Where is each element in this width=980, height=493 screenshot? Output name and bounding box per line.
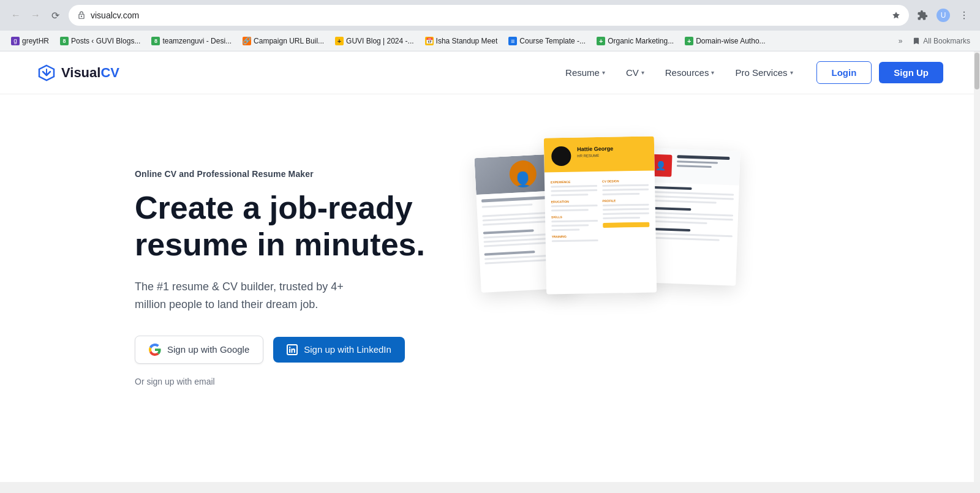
signup-button[interactable]: Sign Up (879, 62, 943, 83)
svg-point-1 (963, 15, 965, 16)
hero-section: Online CV and Professional Resume Maker … (0, 94, 980, 450)
bookmark-favicon: + (685, 37, 693, 45)
login-button[interactable]: Login (816, 61, 872, 84)
bookmark-campaign-url[interactable]: 🔗 Campaign URL Buil... (238, 35, 329, 47)
resume-avatar (551, 146, 571, 167)
svg-point-2 (963, 18, 965, 19)
bookmark-teamzenguvi[interactable]: 8 teamzenguvi - Desi... (146, 35, 236, 47)
chevron-down-icon: ▾ (711, 69, 714, 76)
lock-icon (77, 11, 86, 20)
logo-icon (37, 63, 56, 83)
bookmark-organic-marketing[interactable]: + Organic Marketing... (592, 35, 679, 47)
nav-resume[interactable]: Resume ▾ (557, 62, 614, 83)
bookmark-favicon: + (335, 37, 344, 45)
extensions-button[interactable] (914, 7, 931, 24)
hero-description: The #1 resume & CV builder, trusted by 4… (135, 278, 392, 314)
email-signup-link[interactable]: Or sign up with email (135, 377, 215, 386)
bookmark-favicon: 8 (60, 37, 69, 45)
nav-links: Resume ▾ CV ▾ Resources ▾ Pro Services ▾ (557, 62, 801, 83)
url-text: visualcv.com (91, 10, 887, 20)
nav-cv[interactable]: CV ▾ (617, 62, 653, 83)
chevron-down-icon: ▾ (641, 69, 644, 76)
chevron-down-icon: ▾ (790, 69, 793, 76)
bookmark-guvi-blogs[interactable]: 8 Posts ‹ GUVI Blogs... (55, 35, 145, 47)
menu-button[interactable] (956, 7, 973, 24)
nav-pro-services[interactable]: Pro Services ▾ (726, 62, 801, 83)
linkedin-icon (287, 344, 298, 355)
bookmark-favicon: ≡ (508, 37, 517, 45)
bookmark-guvi-blog[interactable]: + GUVI Blog | 2024 -... (330, 35, 419, 47)
resume-role: HR RESUME (577, 153, 613, 157)
resume-name: Hattie George (577, 146, 613, 153)
hero-subtitle: Online CV and Professional Resume Maker (135, 169, 453, 179)
profile-button[interactable]: U (935, 7, 952, 24)
navbar: VisualCV Resume ▾ CV ▾ Resources ▾ Pro S… (0, 51, 980, 94)
bookmark-favicon: 🔗 (243, 37, 251, 45)
hero-right: 👤 (478, 131, 943, 425)
bookmark-favicon: 8 (151, 37, 160, 45)
all-bookmarks[interactable]: All Bookmarks (908, 35, 974, 47)
hero-title: Create a job-readyresume in minutes. (135, 190, 453, 263)
linkedin-signup-button[interactable]: Sign up with LinkedIn (273, 337, 405, 363)
back-button[interactable]: ← (7, 7, 24, 24)
svg-point-0 (963, 12, 965, 13)
star-icon[interactable] (892, 11, 900, 20)
bookmarks-bar: g greytHR 8 Posts ‹ GUVI Blogs... 8 team… (0, 31, 980, 51)
address-bar[interactable]: visualcv.com (69, 5, 909, 26)
bookmark-favicon: + (597, 37, 605, 45)
google-icon (149, 344, 161, 356)
bookmark-domain-wise[interactable]: + Domain-wise Autho... (680, 35, 770, 47)
bookmark-isha-standup[interactable]: 📅 Isha Standup Meet (420, 35, 503, 47)
page-content: VisualCV Resume ▾ CV ▾ Resources ▾ Pro S… (0, 51, 980, 482)
bookmark-favicon: g (11, 37, 20, 45)
resume-preview-2: Hattie George HR RESUME EXPERIENCE EDUCA… (544, 136, 657, 294)
bookmark-favicon: 📅 (425, 37, 434, 45)
forward-button[interactable]: → (27, 7, 44, 24)
bookmark-greyhr[interactable]: g greytHR (6, 35, 54, 47)
cta-buttons: Sign up with Google Sign up with LinkedI… (135, 336, 453, 364)
reload-button[interactable]: ⟳ (47, 7, 64, 24)
logo[interactable]: VisualCV (37, 63, 119, 83)
scrollbar-thumb[interactable] (974, 53, 979, 89)
resume-card-2-header: Hattie George HR RESUME (544, 136, 655, 172)
bookmark-course-template[interactable]: ≡ Course Template -... (503, 35, 590, 47)
google-signup-button[interactable]: Sign up with Google (135, 336, 263, 364)
more-bookmarks[interactable]: » (894, 35, 908, 47)
hero-left: Online CV and Professional Resume Maker … (135, 169, 453, 386)
chevron-down-icon: ▾ (602, 69, 605, 76)
nav-resources[interactable]: Resources ▾ (657, 62, 723, 83)
logo-text: VisualCV (61, 65, 119, 81)
